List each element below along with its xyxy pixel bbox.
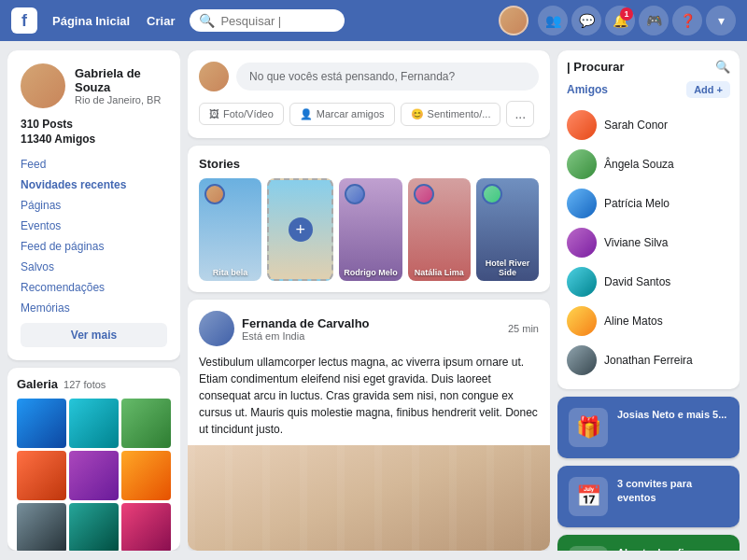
- friend-item-2[interactable]: Patrícia Melo: [567, 184, 730, 223]
- facebook-logo: f: [11, 7, 37, 34]
- nav-links: Página Inicial Criar: [47, 10, 180, 32]
- add-friend-button[interactable]: Add +: [686, 81, 730, 98]
- friends-icon-btn[interactable]: 👥: [538, 6, 568, 35]
- notifications-icon-btn[interactable]: 🔔 1: [605, 6, 635, 35]
- more-options-btn[interactable]: ...: [506, 101, 534, 127]
- feed-post: Fernanda de Carvalho Está em India 25 mi…: [188, 300, 550, 551]
- help-icon-btn[interactable]: ❓: [672, 6, 702, 35]
- gallery-img-6[interactable]: [121, 451, 171, 500]
- search-input[interactable]: [220, 14, 334, 28]
- stories-section: Stories Rita bela + Rodrigo Melo Natália…: [188, 146, 550, 292]
- main-content: Gabriela de Souza Rio de Janeiro, BR 310…: [0, 41, 747, 560]
- sidebar-item-feed-paginas[interactable]: Feed de páginas: [21, 237, 167, 256]
- friends-search-icon[interactable]: 🔍: [715, 60, 730, 74]
- menu-chevron-btn[interactable]: ▾: [706, 6, 736, 35]
- post-box-avatar: [199, 62, 229, 91]
- post-time: 25 min: [508, 323, 539, 334]
- profile-card: Gabriela de Souza Rio de Janeiro, BR 310…: [7, 50, 180, 360]
- avatar[interactable]: [499, 6, 529, 35]
- friend-avatar-4: [567, 267, 597, 297]
- sidebar-nav-menu: Feed Novidades recentes Páginas Eventos …: [21, 155, 167, 317]
- post-author-avatar[interactable]: [199, 311, 234, 346]
- tag-friends-btn[interactable]: 👤 Marcar amigos: [289, 103, 395, 126]
- story-label-0: Rita bela: [203, 268, 258, 277]
- gallery-img-5[interactable]: [69, 451, 119, 500]
- friends-count: 11340 Amigos: [21, 133, 167, 146]
- gallery-title: Galeria: [17, 377, 58, 391]
- sidebar-item-paginas[interactable]: Páginas: [21, 196, 167, 215]
- nav-link-create[interactable]: Criar: [141, 10, 180, 32]
- friend-name-6: Jonathan Ferreira: [604, 354, 693, 367]
- gallery-img-1[interactable]: [17, 399, 66, 448]
- center-feed: No que vocês está pensando, Fernanda? 🖼 …: [188, 50, 550, 551]
- ad-card-2[interactable]: 👾 Alan te desafiou em Buble Eye: [557, 535, 740, 551]
- ad-icon-1: 📅: [569, 477, 608, 516]
- gallery-img-9[interactable]: [121, 503, 171, 551]
- friends-list: Sarah Conor Ângela Souza Patrícia Melo V…: [567, 105, 730, 380]
- sidebar-item-salvos[interactable]: Salvos: [21, 258, 167, 276]
- sidebar-item-recomendacoes[interactable]: Recomendações: [21, 278, 167, 297]
- photo-icon: 🖼: [209, 108, 219, 119]
- gallery-card: Galeria 127 fotos: [7, 368, 180, 551]
- gallery-img-7[interactable]: [17, 503, 66, 551]
- story-card-4[interactable]: Hotel River Side: [476, 178, 539, 281]
- post-header: Fernanda de Carvalho Está em India 25 mi…: [188, 300, 550, 354]
- story-avatar-0: [204, 184, 225, 204]
- sidebar-item-eventos[interactable]: Eventos: [21, 217, 167, 235]
- friend-avatar-1: [567, 149, 597, 179]
- friend-name-0: Sarah Conor: [604, 119, 668, 132]
- gaming-icon-btn[interactable]: 🎮: [639, 6, 669, 35]
- ad-card-1[interactable]: 📅 3 convites para eventos: [557, 466, 740, 527]
- gallery-grid: [17, 399, 171, 551]
- gallery-img-3[interactable]: [121, 399, 171, 448]
- story-card-2[interactable]: Rodrigo Melo: [339, 178, 402, 281]
- friend-item-6[interactable]: Jonathan Ferreira: [567, 341, 730, 380]
- story-card-add[interactable]: +: [267, 178, 333, 281]
- ad-text-0: Josias Neto e mais 5...: [617, 408, 726, 422]
- story-card-0[interactable]: Rita bela: [199, 178, 261, 281]
- friend-avatar-2: [567, 189, 597, 218]
- search-bar[interactable]: 🔍: [190, 9, 344, 32]
- photo-video-btn[interactable]: 🖼 Foto/Vídeo: [199, 103, 284, 125]
- sidebar-item-novidades[interactable]: Novidades recentes: [21, 175, 167, 194]
- friend-item-4[interactable]: David Santos: [567, 262, 730, 301]
- gallery-count: 127 fotos: [63, 379, 106, 390]
- tag-icon: 👤: [300, 108, 313, 120]
- story-avatar-4: [482, 184, 502, 204]
- sidebar-item-memorias[interactable]: Memórias: [21, 299, 167, 317]
- ver-mais-button[interactable]: Ver mais: [21, 323, 167, 347]
- profile-location: Rio de Janeiro, BR: [75, 94, 167, 105]
- friend-item-1[interactable]: Ângela Souza: [567, 145, 730, 184]
- feeling-btn[interactable]: 😊 Sentimento/...: [401, 103, 501, 126]
- right-sidebar: | Procurar 🔍 Amigos Add + Sarah Conor Ân…: [557, 50, 740, 551]
- friend-name-2: Patrícia Melo: [604, 197, 669, 210]
- friends-tab-row: Amigos Add +: [567, 81, 730, 98]
- stories-row: Rita bela + Rodrigo Melo Natália Lima Ho…: [199, 178, 539, 281]
- ad-card-0[interactable]: 🎁 Josias Neto e mais 5...: [557, 397, 740, 458]
- gallery-img-2[interactable]: [69, 399, 119, 448]
- friend-name-4: David Santos: [604, 275, 670, 288]
- friends-tab[interactable]: Amigos: [567, 83, 608, 96]
- post-text: Vestibulum ullamcorper lectus magna, ac …: [188, 354, 550, 445]
- gallery-img-4[interactable]: [17, 451, 66, 500]
- feeling-icon: 😊: [411, 108, 424, 120]
- story-label-4: Hotel River Side: [480, 259, 535, 277]
- story-card-3[interactable]: Natália Lima: [408, 178, 471, 281]
- sidebar-item-feed[interactable]: Feed: [21, 155, 167, 174]
- post-box-header: No que vocês está pensando, Fernanda?: [199, 62, 539, 91]
- post-image[interactable]: [188, 445, 550, 551]
- friend-name-1: Ângela Souza: [604, 158, 674, 171]
- top-navigation: f Página Inicial Criar 🔍 👥 💬 🔔 1 🎮 ❓ ▾: [0, 0, 747, 41]
- stories-title: Stories: [199, 157, 539, 171]
- friend-item-3[interactable]: Viviane Silva: [567, 223, 730, 262]
- gallery-img-8[interactable]: [69, 503, 119, 551]
- friend-item-0[interactable]: Sarah Conor: [567, 105, 730, 145]
- friend-name-3: Viviane Silva: [604, 236, 668, 249]
- messenger-icon-btn[interactable]: 💬: [571, 6, 601, 35]
- nav-link-home[interactable]: Página Inicial: [47, 10, 135, 32]
- post-box-prompt[interactable]: No que vocês está pensando, Fernanda?: [236, 63, 539, 91]
- friend-avatar-0: [567, 110, 597, 140]
- friend-item-5[interactable]: Aline Matos: [567, 301, 730, 341]
- profile-header: Gabriela de Souza Rio de Janeiro, BR: [21, 63, 167, 108]
- profile-avatar[interactable]: [21, 63, 65, 108]
